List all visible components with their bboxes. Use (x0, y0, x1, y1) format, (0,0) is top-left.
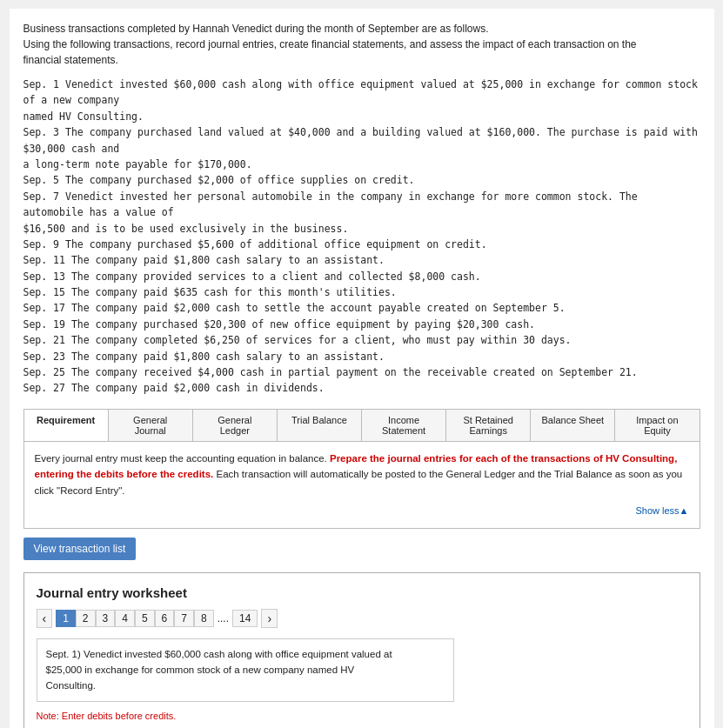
tab-trial-balance[interactable]: Trial Balance (278, 410, 362, 441)
worksheet-title: Journal entry worksheet (37, 585, 687, 600)
active-page-number[interactable]: 1 (56, 610, 76, 627)
transaction-item: Sep. 1 Venedict invested $60,000 cash al… (23, 77, 700, 109)
transaction-item: Sep. 25 The company received $4,000 cash… (23, 364, 700, 380)
intro-line1: Business transactions completed by Hanna… (23, 21, 700, 37)
transaction-item: named HV Consulting. (23, 109, 700, 124)
transaction-item: a long-term note payable for $170,000. (23, 157, 700, 172)
page-ellipsis: .... (214, 611, 232, 626)
transaction-item: Sep. 19 The company purchased $20,300 of… (23, 317, 700, 332)
worksheet-container: Journal entry worksheet ‹ 12345678....14… (23, 572, 700, 728)
next-page-arrow[interactable]: › (261, 609, 278, 628)
tab-impact-on-equity[interactable]: Impact on Equity (615, 410, 699, 441)
intro-text: Business transactions completed by Hanna… (23, 21, 700, 68)
note-text: Note: Enter debits before credits. (37, 711, 687, 721)
pagination: ‹ 12345678....14 › (37, 609, 687, 628)
prev-page-arrow[interactable]: ‹ (37, 609, 53, 628)
tab-general-journal[interactable]: General Journal (109, 410, 193, 441)
info-normal-1: Every journal entry must keep the accoun… (35, 453, 330, 464)
transaction-item: Sep. 3 The company purchased land valued… (23, 124, 700, 157)
page-number-5[interactable]: 5 (135, 610, 155, 627)
info-box: Every journal entry must keep the accoun… (23, 442, 700, 529)
transaction-item: $16,500 and is to be used exclusively in… (23, 221, 700, 237)
transaction-item: Sep. 23 The company paid $1,800 cash sal… (23, 349, 700, 364)
tab-st-retained-earnings[interactable]: St Retained Earnings (446, 410, 531, 441)
transaction-item: Sep. 27 The company paid $2,000 cash in … (23, 380, 700, 396)
transaction-item: Sep. 13 The company provided services to… (23, 269, 700, 284)
tab-balance-sheet[interactable]: Balance Sheet (531, 410, 615, 441)
transaction-item: Sep. 5 The company purchased $2,000 of o… (23, 172, 700, 188)
view-transaction-button[interactable]: View transaction list (23, 538, 137, 560)
page-number-2[interactable]: 2 (76, 610, 96, 627)
transaction-description: Sept. 1) Venedict invested $60,000 cash … (37, 638, 454, 702)
transaction-item: Sep. 15 The company paid $635 cash for t… (23, 284, 700, 300)
tab-general-ledger[interactable]: General Ledger (193, 410, 278, 441)
page-number-8[interactable]: 8 (194, 610, 214, 627)
page-number-4[interactable]: 4 (115, 610, 135, 627)
intro-line3: financial statements. (23, 52, 700, 68)
transaction-item: Sep. 9 The company purchased $5,600 of a… (23, 237, 700, 252)
intro-line2: Using the following transactions, record… (23, 37, 700, 52)
page-number-3[interactable]: 3 (96, 610, 116, 627)
page-number-14[interactable]: 14 (232, 610, 258, 627)
page-number-6[interactable]: 6 (155, 610, 175, 627)
page-number-7[interactable]: 7 (174, 610, 194, 627)
tab-requirement[interactable]: Requirement (24, 410, 109, 441)
transaction-item: Sep. 17 The company paid $2,000 cash to … (23, 300, 700, 316)
tab-income-statement[interactable]: Income Statement (362, 410, 446, 441)
transactions-list: Sep. 1 Venedict invested $60,000 cash al… (23, 77, 700, 397)
transaction-item: Sep. 11 The company paid $1,800 cash sal… (23, 252, 700, 268)
page-container: Business transactions completed by Hanna… (10, 9, 714, 728)
transaction-item: Sep. 21 The company completed $6,250 of … (23, 332, 700, 348)
show-less-link[interactable]: Show less▲ (35, 504, 689, 519)
tabs-row: RequirementGeneral JournalGeneral Ledger… (23, 409, 700, 442)
transaction-item: Sep. 7 Venedict invested her personal au… (23, 189, 700, 221)
